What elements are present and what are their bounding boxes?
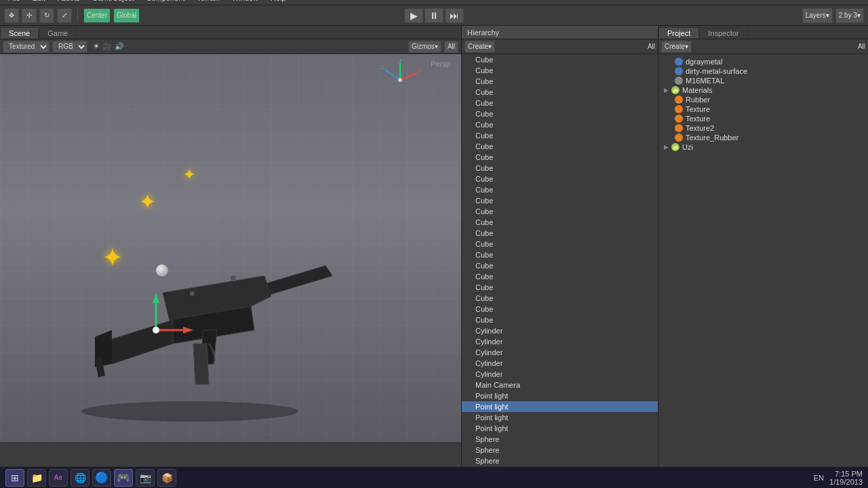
hierarchy-item[interactable]: Sphere xyxy=(462,445,658,455)
layers-dropdown[interactable]: Layers ▾ xyxy=(802,8,833,23)
hierarchy-item[interactable]: Cube xyxy=(462,184,658,195)
hierarchy-item[interactable]: Cylinder xyxy=(462,358,658,369)
project-list[interactable]: dgraymetal dirty-metal-surface M16METAL▶… xyxy=(658,54,868,488)
asset-icon xyxy=(675,67,683,75)
taskbar-chrome-button[interactable]: 🔵 xyxy=(92,469,111,487)
menu-terrain[interactable]: Terrain xyxy=(191,0,225,3)
hierarchy-item[interactable]: Cylinder xyxy=(462,369,658,380)
viewport[interactable]: X Y Z Persp ✦ ✦ ✦ xyxy=(0,54,461,442)
menu-assets[interactable]: Assets xyxy=(52,0,85,3)
scene-all-button[interactable]: All xyxy=(444,41,458,53)
project-item[interactable]: M16METAL xyxy=(661,76,865,85)
hierarchy-item[interactable]: Cube xyxy=(462,65,658,76)
right-panels: Hierarchy Create ▾ All CubeCubeCubeCubeC… xyxy=(461,26,868,442)
hierarchy-item[interactable]: Cube xyxy=(462,195,658,206)
asset-icon xyxy=(675,77,683,85)
project-item[interactable]: Rubber xyxy=(661,95,865,104)
hierarchy-item[interactable]: Cylinder xyxy=(462,336,658,347)
hierarchy-create-button[interactable]: Create ▾ xyxy=(465,41,495,53)
tab-inspector[interactable]: Inspector xyxy=(699,27,747,39)
project-create-button[interactable]: Create ▾ xyxy=(661,41,692,53)
hierarchy-item[interactable]: Sphere xyxy=(462,434,658,445)
hierarchy-item[interactable]: Cylinder xyxy=(462,347,658,358)
project-item[interactable]: ▶ 📁 Materials xyxy=(661,85,865,95)
hierarchy-item[interactable]: Cube xyxy=(462,76,658,87)
hierarchy-item[interactable]: Cube xyxy=(462,130,658,141)
menu-help[interactable]: Help xyxy=(265,0,292,3)
rotate-tool-button[interactable]: ↻ xyxy=(39,8,54,23)
taskbar-ae-button[interactable]: Ae xyxy=(49,469,68,487)
menu-gameobject[interactable]: GameObject xyxy=(87,0,140,3)
hierarchy-item[interactable]: Sphere xyxy=(462,455,658,466)
hierarchy-item[interactable]: Point light xyxy=(462,390,658,401)
svg-rect-16 xyxy=(190,291,194,296)
taskbar-camera-button[interactable]: 📷 xyxy=(136,469,155,487)
toolbar-separator xyxy=(77,9,78,22)
hierarchy-item[interactable]: Cube xyxy=(462,141,658,152)
menu-window[interactable]: Window xyxy=(226,0,264,3)
project-item[interactable]: Texture xyxy=(661,104,865,114)
hierarchy-item[interactable]: Cube xyxy=(462,163,658,174)
hand-tool-button[interactable]: ✥ xyxy=(4,8,19,23)
project-item-label: Texture xyxy=(686,105,710,113)
color-mode-select[interactable]: RGB xyxy=(52,41,87,53)
hierarchy-item[interactable]: Cube xyxy=(462,271,658,282)
hierarchy-item[interactable]: Point light xyxy=(462,423,658,434)
project-all-label: All xyxy=(858,43,865,50)
gizmos-button[interactable]: Gizmos ▾ xyxy=(408,41,441,53)
taskbar-package-button[interactable]: 📦 xyxy=(157,469,176,487)
hierarchy-item[interactable]: Main Camera xyxy=(462,380,658,390)
play-button[interactable]: ▶ xyxy=(404,8,423,23)
hierarchy-item[interactable]: Cube xyxy=(462,260,658,271)
hierarchy-item[interactable]: Cube xyxy=(462,304,658,314)
hierarchy-item[interactable]: Cube xyxy=(462,206,658,217)
project-item[interactable]: Texture2 xyxy=(661,123,865,133)
step-button[interactable]: ⏭ xyxy=(445,8,464,23)
hierarchy-item[interactable]: Cube xyxy=(462,54,658,65)
hierarchy-item[interactable]: Cube xyxy=(462,87,658,98)
tab-game[interactable]: Game xyxy=(39,27,77,39)
hierarchy-item[interactable]: Cylinder xyxy=(462,325,658,336)
render-mode-select[interactable]: Textured xyxy=(3,41,50,53)
menu-edit[interactable]: Edit xyxy=(27,0,51,3)
hierarchy-item[interactable]: Cube xyxy=(462,293,658,304)
tab-scene[interactable]: Scene xyxy=(0,27,39,39)
hierarchy-item[interactable]: Cube xyxy=(462,282,658,293)
hierarchy-list[interactable]: CubeCubeCubeCubeCubeCubeCubeCubeCubeCube… xyxy=(462,54,658,488)
tab-project[interactable]: Project xyxy=(658,27,699,39)
hierarchy-item[interactable]: Cube xyxy=(462,98,658,108)
project-item[interactable]: dgraymetal xyxy=(661,57,865,66)
hierarchy-item[interactable]: Cube xyxy=(462,314,658,325)
move-tool-button[interactable]: ✢ xyxy=(22,8,37,23)
layout-dropdown[interactable]: 2 by 3 ▾ xyxy=(835,8,864,23)
hierarchy-all-label: All xyxy=(648,43,655,50)
transform-gizmo: X Y Z xyxy=(380,60,420,100)
global-button[interactable]: Global xyxy=(113,8,140,23)
hierarchy-item[interactable]: Point light xyxy=(462,401,658,412)
taskbar-explorer-button[interactable]: 📁 xyxy=(27,469,46,487)
scale-tool-button[interactable]: ⤢ xyxy=(57,8,72,23)
hierarchy-item[interactable]: Cube xyxy=(462,152,658,163)
scene-tabs: Scene Game xyxy=(0,26,461,39)
hierarchy-item[interactable]: Cube xyxy=(462,228,658,239)
taskbar-unity-button[interactable]: 🎮 xyxy=(114,469,133,487)
project-item[interactable]: dirty-metal-surface xyxy=(661,66,865,76)
menu-component[interactable]: Component xyxy=(140,0,190,3)
hierarchy-item[interactable]: Point light xyxy=(462,412,658,423)
project-item[interactable]: Texture_Rubber xyxy=(661,133,865,142)
center-button[interactable]: Center xyxy=(83,8,111,23)
hierarchy-item[interactable]: Cube xyxy=(462,108,658,119)
hierarchy-item[interactable]: Cube xyxy=(462,239,658,249)
project-item[interactable]: Texture xyxy=(661,114,865,123)
hierarchy-item[interactable]: Cube xyxy=(462,217,658,228)
hierarchy-item[interactable]: Cube xyxy=(462,174,658,184)
taskbar-firefox-button[interactable]: 🌐 xyxy=(71,469,90,487)
svg-line-0 xyxy=(400,73,417,80)
project-item-label: Rubber xyxy=(686,96,710,104)
pause-button[interactable]: ⏸ xyxy=(425,8,443,23)
hierarchy-item[interactable]: Cube xyxy=(462,249,658,260)
hierarchy-item[interactable]: Cube xyxy=(462,119,658,130)
project-item[interactable]: ▶ 📁 Uzi xyxy=(661,142,865,152)
taskbar-start-button[interactable]: ⊞ xyxy=(5,469,24,487)
menu-file[interactable]: File xyxy=(3,0,26,3)
